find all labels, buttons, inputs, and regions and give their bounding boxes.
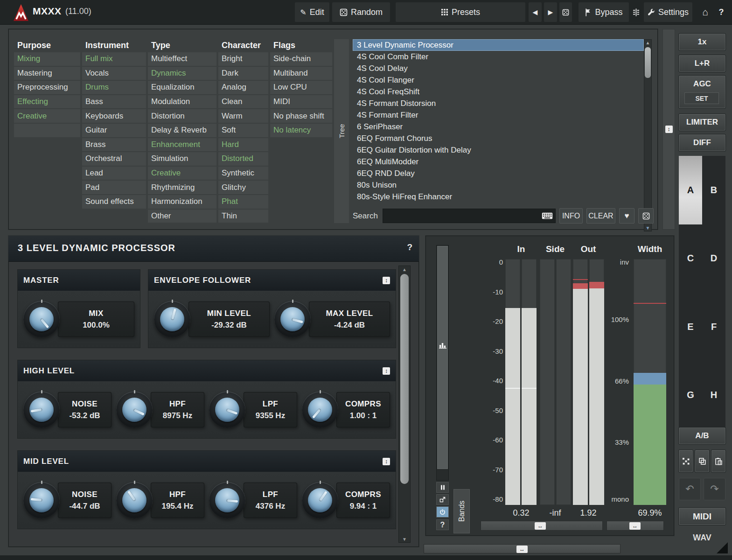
filter-item[interactable]: Drums xyxy=(82,81,146,94)
filter-item[interactable]: Distortion xyxy=(148,109,216,123)
filter-item[interactable]: Enhancement xyxy=(148,138,216,152)
filter-item[interactable]: Synthetic xyxy=(218,167,268,180)
preset-item[interactable]: 6 SeriPhaser xyxy=(353,121,644,133)
next-preset-button[interactable]: ▶ xyxy=(544,2,557,22)
filter-item[interactable]: Rhythmizing xyxy=(148,181,216,194)
filter-item[interactable]: Sound effects xyxy=(82,195,146,209)
collapse-icon[interactable]: ↕ xyxy=(383,458,390,465)
filter-item[interactable]: Multieffect xyxy=(148,52,216,66)
scroll-up-icon[interactable]: ▲ xyxy=(398,266,411,273)
preset-item[interactable]: 4S Formant Distorsion xyxy=(353,98,644,109)
filter-item[interactable]: Mixing xyxy=(14,52,80,66)
detach-window-button[interactable] xyxy=(436,494,449,505)
preset-item[interactable]: 80s-Style HiFreq Enhancer xyxy=(353,191,644,203)
paste-button[interactable] xyxy=(711,450,725,472)
filter-item[interactable]: Delay & Reverb xyxy=(148,124,216,137)
knob-comprs[interactable] xyxy=(302,392,338,428)
pause-button[interactable] xyxy=(436,482,449,493)
filter-item[interactable]: Dynamics xyxy=(148,67,216,80)
tree-toggle-button[interactable]: Tree xyxy=(334,39,349,223)
settings-button[interactable]: Settings xyxy=(644,2,692,22)
collapse-icon[interactable]: ↕ xyxy=(383,367,390,375)
preset-item[interactable]: 3 Level Dynamic Processor xyxy=(353,39,644,51)
morph-slot-c[interactable]: C xyxy=(679,224,702,293)
knob-hpf[interactable] xyxy=(116,392,153,428)
filter-item[interactable]: Side-chain xyxy=(270,52,332,66)
filter-item[interactable]: Simulation xyxy=(148,152,216,166)
filter-item[interactable]: Equalization xyxy=(148,81,216,94)
filter-item[interactable]: Lead xyxy=(82,167,146,180)
knob-noise[interactable] xyxy=(23,482,60,518)
knob-comprs[interactable] xyxy=(302,482,338,518)
knob-lpf[interactable] xyxy=(209,482,245,518)
filter-item[interactable]: Effecting xyxy=(14,95,80,109)
param-display[interactable]: MIN LEVEL-29.32 dB xyxy=(188,301,270,337)
morph-slot-f[interactable]: F xyxy=(702,293,725,361)
param-display[interactable]: MIX100.0% xyxy=(58,301,134,337)
info-button[interactable]: INFO xyxy=(559,208,583,224)
filter-item[interactable]: Modulation xyxy=(148,95,216,109)
preset-item[interactable]: 6EQ Guitar Distortion with Delay xyxy=(353,144,644,156)
search-input[interactable] xyxy=(383,209,556,223)
morph-slot-d[interactable]: D xyxy=(702,224,725,293)
param-display[interactable]: LPF9355 Hz xyxy=(244,392,297,427)
randomize-preset-button[interactable] xyxy=(559,2,572,22)
morph-slot-e[interactable]: E xyxy=(679,293,702,361)
meter-help-button[interactable]: ? xyxy=(436,519,449,530)
filter-item[interactable]: Low CPU xyxy=(270,81,332,94)
keyboard-icon[interactable] xyxy=(542,212,553,219)
section-header[interactable]: MASTER xyxy=(18,270,140,291)
ab-compare-button[interactable]: A/B xyxy=(679,427,725,444)
param-display[interactable]: HPF8975 Hz xyxy=(151,392,204,427)
filter-item[interactable]: Thin xyxy=(218,210,268,223)
knob-min-level[interactable] xyxy=(154,301,190,337)
window-resize-corner[interactable] xyxy=(717,542,728,553)
filter-item[interactable]: Soft xyxy=(218,124,268,137)
filter-item[interactable]: Orchestral xyxy=(82,152,146,166)
browser-collapse-bar[interactable]: ↕ xyxy=(662,29,675,230)
filter-item[interactable]: Vocals xyxy=(82,67,146,80)
morph-slot-b[interactable]: B xyxy=(702,156,725,224)
midi-button[interactable]: MIDI xyxy=(679,508,725,525)
filter-item[interactable]: Phat xyxy=(218,195,268,209)
param-display[interactable]: LPF4376 Hz xyxy=(244,483,297,518)
scroll-down-icon[interactable]: ▼ xyxy=(398,535,411,543)
meter-range-hslider[interactable]: ↔ xyxy=(481,521,603,531)
filter-item[interactable]: Full mix xyxy=(82,52,146,66)
limiter-button[interactable]: LIMITER xyxy=(679,114,725,131)
presets-button[interactable]: Presets xyxy=(396,2,525,22)
filter-item[interactable]: MIDI xyxy=(270,95,332,109)
favorites-button[interactable]: ♥ xyxy=(619,208,634,224)
knob-lpf[interactable] xyxy=(209,392,245,428)
channel-mode-button[interactable] xyxy=(631,2,641,22)
knob-hpf[interactable] xyxy=(116,482,153,518)
randomize-slots-button[interactable] xyxy=(679,450,693,472)
filter-item[interactable]: No latency xyxy=(270,124,332,137)
collapse-icon[interactable]: ↕ xyxy=(383,277,390,284)
random-preset-button[interactable] xyxy=(638,208,654,224)
filter-item[interactable]: Distorted xyxy=(218,152,268,166)
wav-label[interactable]: WAV xyxy=(679,533,725,543)
meter-power-button[interactable] xyxy=(436,506,449,518)
panel-resize-bar[interactable]: ↔ xyxy=(424,544,620,553)
redo-button[interactable]: ↷ xyxy=(704,478,725,500)
filter-item[interactable]: Other xyxy=(148,210,216,223)
preset-item[interactable]: 4S Cool FreqShift xyxy=(353,86,644,98)
diff-button[interactable]: DIFF xyxy=(679,134,725,151)
preset-item[interactable]: 6EQ Formant Chorus xyxy=(353,133,644,144)
scroll-up-icon[interactable]: ▲ xyxy=(644,39,652,46)
param-display[interactable]: MAX LEVEL-4.24 dB xyxy=(309,301,390,337)
preset-item[interactable]: 80s Unison xyxy=(353,179,644,191)
preset-item[interactable]: 6EQ MultiModder xyxy=(353,156,644,168)
filter-item[interactable]: Analog xyxy=(218,81,268,94)
morph-slot-a[interactable]: A xyxy=(679,156,702,224)
filter-item[interactable]: Multiband xyxy=(270,67,332,80)
filter-item[interactable]: Brass xyxy=(82,138,146,152)
width-range-hslider[interactable]: ↔ xyxy=(607,521,664,531)
scrollbar-thumb[interactable] xyxy=(400,274,409,484)
resize-handle[interactable]: ↔ xyxy=(516,546,528,553)
meter-range-slider[interactable] xyxy=(436,245,449,481)
knob-mix[interactable] xyxy=(23,301,60,337)
edit-button[interactable]: ✎ Edit xyxy=(295,2,329,22)
device-scrollbar[interactable]: ▲ ▼ xyxy=(398,266,411,543)
